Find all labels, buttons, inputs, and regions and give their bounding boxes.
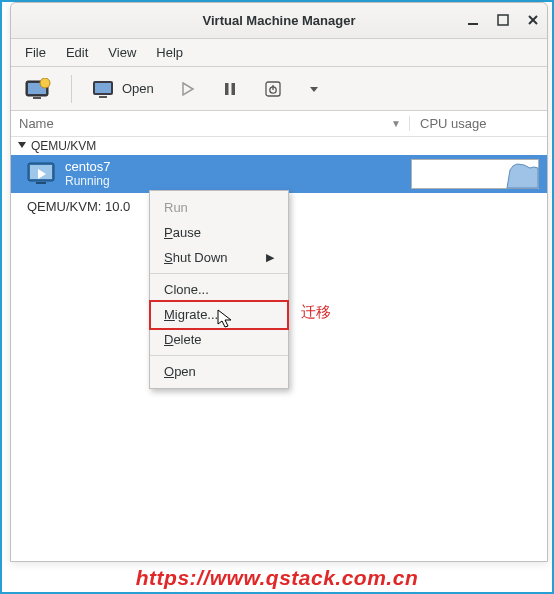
menu-separator xyxy=(150,355,288,356)
annotation-text: 迁移 xyxy=(301,303,331,322)
menubar: File Edit View Help xyxy=(11,39,547,67)
svg-rect-13 xyxy=(231,83,235,95)
connection-label: QEMU/KVM xyxy=(31,139,96,153)
ctx-clone[interactable]: Clone... xyxy=(150,277,288,302)
new-vm-button[interactable] xyxy=(19,74,57,104)
footer-link[interactable]: https://www.qstack.com.cn xyxy=(136,566,418,589)
vm-status: Running xyxy=(65,175,111,189)
svg-marker-17 xyxy=(310,87,318,92)
vm-row[interactable]: centos7 Running xyxy=(11,155,547,193)
connection-row[interactable]: QEMU/KVM xyxy=(11,137,547,155)
svg-rect-10 xyxy=(99,96,107,98)
maximize-button[interactable] xyxy=(495,13,511,30)
app-window: Virtual Machine Manager File Edit View H… xyxy=(10,2,548,562)
play-icon xyxy=(180,81,196,97)
svg-marker-23 xyxy=(507,164,538,188)
ctx-open[interactable]: Open xyxy=(150,359,288,384)
ctx-delete[interactable]: Delete xyxy=(150,327,288,352)
monitor-new-icon xyxy=(25,78,51,100)
vm-name: centos7 xyxy=(65,160,111,175)
open-button-label: Open xyxy=(122,81,154,96)
menu-separator xyxy=(150,273,288,274)
svg-rect-1 xyxy=(498,15,508,25)
close-button[interactable] xyxy=(525,13,541,30)
svg-rect-12 xyxy=(225,83,229,95)
ctx-pause[interactable]: Pause xyxy=(150,220,288,245)
svg-point-6 xyxy=(40,78,50,88)
shutdown-menu-button[interactable] xyxy=(302,79,326,99)
pause-button[interactable] xyxy=(216,77,244,101)
ctx-migrate[interactable]: Migrate... xyxy=(150,302,288,327)
context-menu: Run Pause Shut Down▶ Clone... Migrate...… xyxy=(149,190,289,389)
svg-rect-7 xyxy=(33,97,41,99)
column-name-label: Name xyxy=(19,116,54,131)
submenu-arrow-icon: ▶ xyxy=(266,251,274,264)
footer-watermark: https://www.qstack.com.cn xyxy=(2,566,552,590)
menu-help[interactable]: Help xyxy=(148,42,191,63)
menu-edit[interactable]: Edit xyxy=(58,42,96,63)
shutdown-button[interactable] xyxy=(258,76,288,102)
chevron-down-icon xyxy=(308,83,320,95)
pause-icon xyxy=(222,81,238,97)
connection-label-2: QEMU/KVM: 10.0 xyxy=(27,199,130,214)
minimize-button[interactable] xyxy=(465,13,481,30)
cpu-usage-graph xyxy=(411,159,539,189)
column-name[interactable]: Name ▼ xyxy=(19,116,409,131)
column-cpu[interactable]: CPU usage xyxy=(409,116,539,131)
sort-indicator-icon: ▼ xyxy=(391,118,401,129)
monitor-icon xyxy=(92,79,116,99)
svg-rect-22 xyxy=(36,182,46,184)
toolbar-separator xyxy=(71,75,72,103)
column-cpu-label: CPU usage xyxy=(420,116,486,131)
column-headers: Name ▼ CPU usage xyxy=(11,111,547,137)
titlebar: Virtual Machine Manager xyxy=(11,3,547,39)
svg-marker-18 xyxy=(18,142,26,148)
power-icon xyxy=(264,80,282,98)
window-controls xyxy=(465,3,541,39)
menu-view[interactable]: View xyxy=(100,42,144,63)
play-button[interactable] xyxy=(174,77,202,101)
vm-running-icon xyxy=(27,161,57,187)
menu-file[interactable]: File xyxy=(17,42,54,63)
svg-rect-9 xyxy=(95,83,111,93)
expander-icon[interactable] xyxy=(17,139,27,153)
toolbar: Open xyxy=(11,67,547,111)
open-button[interactable]: Open xyxy=(86,75,160,103)
window-title: Virtual Machine Manager xyxy=(203,13,356,28)
ctx-run[interactable]: Run xyxy=(150,195,288,220)
ctx-shutdown[interactable]: Shut Down▶ xyxy=(150,245,288,270)
svg-marker-11 xyxy=(183,83,193,95)
